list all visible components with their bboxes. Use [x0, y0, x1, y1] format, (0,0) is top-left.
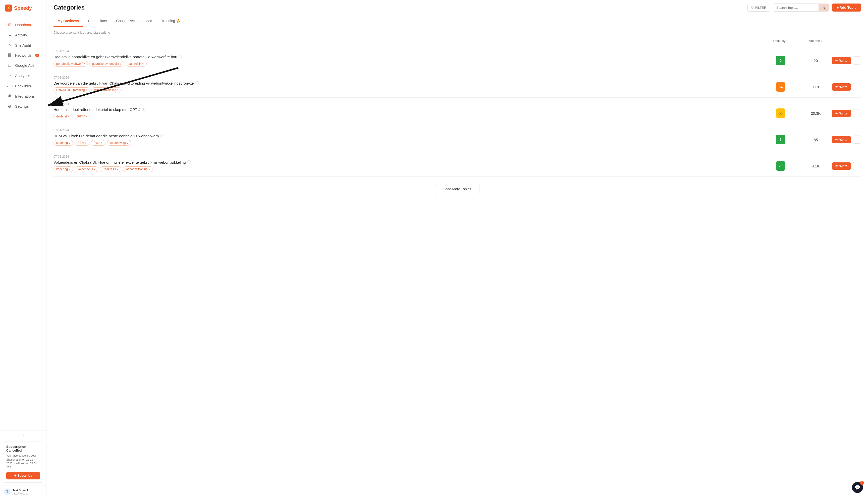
search-input[interactable]	[773, 4, 818, 11]
site-audit-icon: ○	[7, 43, 12, 48]
tab-trending[interactable]: Trending 🔥	[157, 15, 184, 27]
tag-chevron: ∨	[85, 142, 87, 144]
chat-bubble[interactable]: 💬 1	[852, 482, 863, 493]
topic-date: 07-01-2024	[53, 102, 861, 106]
tag-chevron: ∨	[86, 115, 88, 118]
difficulty-badge: 0	[776, 56, 785, 65]
difficulty-badge: 84	[776, 82, 785, 92]
topic-tag[interactable]: kodering ∨	[53, 167, 73, 172]
more-options-button[interactable]: ⋮	[853, 83, 861, 91]
topic-tag[interactable]: webontwikkeling ∨	[91, 87, 121, 93]
more-options-button[interactable]: ⋮	[853, 135, 861, 144]
actions-col: ✏ Write ⋮	[831, 109, 861, 117]
topic-info-icon[interactable]: ⓘ	[195, 81, 199, 86]
tag-chevron: ∨	[68, 168, 70, 170]
sidebar-item-integrations[interactable]: # Integrations	[2, 91, 44, 101]
topic-tag[interactable]: webontwerp ∨	[107, 140, 131, 146]
sidebar-item-settings[interactable]: ⚙ Settings	[2, 101, 44, 111]
sidebar-item-label: Backlinks	[15, 84, 31, 88]
col-difficulty-header[interactable]: Difficulty ↕	[761, 39, 801, 43]
tag-chevron: ∨	[119, 63, 121, 65]
sidebar-item-dashboard[interactable]: ⊞ Dashboard	[2, 20, 44, 30]
difficulty-badge: 5	[776, 135, 785, 144]
google-ads-icon: ☐	[7, 63, 12, 68]
logo-text: Speedy	[14, 5, 32, 11]
sidebar-item-label: Google Ads	[15, 63, 35, 67]
topic-title: Volgende.js en Chakra UI: Hoe om hulle e…	[53, 160, 761, 165]
topic-tag[interactable]: Chakra UI-uitbreiding ∨	[53, 87, 90, 93]
tag-chevron: ∨	[142, 63, 144, 65]
write-button[interactable]: ✏ Write	[832, 110, 851, 117]
content-area: Choose a content idea and start writing …	[47, 27, 868, 498]
more-options-button[interactable]: ⋮	[853, 109, 861, 117]
write-icon: ✏	[835, 59, 838, 63]
tab-google-recommended[interactable]: Google Recommended	[112, 15, 156, 27]
volume-col: 20	[801, 58, 831, 63]
integrations-icon: #	[7, 94, 12, 99]
tag-chevron: ∨	[117, 89, 119, 91]
topic-tag[interactable]: Pixel ∨	[91, 140, 105, 146]
write-button[interactable]: ✏ Write	[832, 162, 851, 170]
topic-tag[interactable]: Volgende.js ∨	[75, 167, 98, 172]
topic-tags: kodering ∨REM ∨Pixel ∨webontwerp ∨	[53, 140, 761, 146]
topic-tag[interactable]: portefeulje-webwerf ∨	[53, 61, 88, 66]
topic-tag[interactable]: dekbrief ∨	[53, 114, 72, 119]
topic-tag[interactable]: aantreklik ∨	[126, 61, 146, 66]
sidebar-item-label: Analytics	[15, 74, 30, 78]
sidebar-item-site-audit[interactable]: ○ Site Audit	[2, 40, 44, 50]
topic-tag[interactable]: kodering ∨	[53, 140, 73, 146]
volume-col: 85	[801, 137, 831, 142]
topic-info-icon[interactable]: ⓘ	[187, 160, 191, 165]
col-volume-header[interactable]: Volume ↕	[801, 39, 831, 43]
tag-chevron: ∨	[68, 115, 69, 118]
load-more-button[interactable]: Load More Topics	[435, 184, 479, 194]
topic-tags: Chakra UI-uitbreiding ∨webontwikkeling ∨	[53, 87, 761, 93]
topic-tag[interactable]: Chakra UI ∨	[100, 167, 121, 172]
activity-icon: ↝	[7, 32, 12, 37]
topic-tag[interactable]: GPT-4 ∨	[74, 114, 91, 119]
topic-info-icon[interactable]: ⓘ	[142, 107, 145, 112]
page-title: Categories	[53, 4, 85, 11]
topic-tag[interactable]: REM ∨	[75, 140, 89, 146]
topic-title: REM vs. Pixel: Die debat oor die beste e…	[53, 133, 761, 138]
sidebar-item-label: Site Audit	[15, 43, 31, 48]
filter-button[interactable]: ▽ FILTER	[748, 4, 770, 12]
write-button[interactable]: ✏ Write	[832, 83, 851, 91]
topic-tags: portefeulje-webwerf ∨gebruikersvriendeli…	[53, 61, 761, 66]
sidebar-collapse-btn[interactable]: ‹	[0, 430, 46, 439]
add-topic-button[interactable]: + Add Topic	[832, 3, 861, 12]
sidebar-item-activity[interactable]: ↝ Activity	[2, 30, 44, 40]
topic-tag[interactable]: gebruikersvriendelik ∨	[89, 61, 124, 66]
tab-competitors[interactable]: Competitors	[84, 15, 111, 27]
sidebar-item-google-ads[interactable]: ☐ Google Ads	[2, 61, 44, 70]
subscription-box: Subscription Cancelled You have cancelle…	[3, 442, 43, 483]
store-more-btn[interactable]: ⋯	[38, 489, 42, 494]
tab-my-business[interactable]: My Business	[53, 15, 83, 27]
sidebar-item-keywords[interactable]: ||| Keywords +	[2, 51, 44, 60]
more-options-button[interactable]: ⋮	[853, 56, 861, 65]
write-button[interactable]: ✏ Write	[832, 57, 851, 64]
write-icon: ✏	[835, 164, 838, 168]
write-icon: ✏	[835, 138, 838, 142]
subscribe-button[interactable]: ✦ Subscribe	[6, 472, 40, 480]
actions-col: ✏ Write ⋮	[831, 135, 861, 144]
search-button[interactable]: 🔍	[818, 4, 829, 11]
topic-info-icon[interactable]: ⓘ	[179, 54, 182, 59]
backlinks-icon: ⟷	[7, 83, 12, 88]
sidebar-item-analytics[interactable]: ↗ Analytics	[2, 71, 44, 81]
sidebar-item-backlinks[interactable]: ⟷ Backlinks	[2, 81, 44, 91]
topic-item: 07-01-2024 Volgende.js en Chakra UI: Hoe…	[53, 150, 861, 177]
more-options-button[interactable]: ⋮	[853, 162, 861, 170]
write-button[interactable]: ✏ Write	[832, 136, 851, 143]
filter-icon: ▽	[751, 6, 754, 10]
topic-info-icon[interactable]: ⓘ	[160, 133, 164, 138]
header-actions: ▽ FILTER 🔍 + Add Topic	[748, 3, 861, 12]
volume-col: 20.3K	[801, 111, 831, 116]
tag-chevron: ∨	[117, 168, 118, 170]
topic-item: 07-01-2024 REM vs. Pixel: Die debat oor …	[53, 124, 861, 150]
topic-tag[interactable]: webontwikkeling ∨	[123, 167, 153, 172]
topic-item: 07-01-2024 Hoe om 'n doeltreffende dekbr…	[53, 97, 861, 124]
topic-title: Die voordele van die gebruik van Chakra …	[53, 81, 761, 86]
volume-col: 4.1K	[801, 164, 831, 168]
difficulty-col: 0	[761, 56, 801, 65]
